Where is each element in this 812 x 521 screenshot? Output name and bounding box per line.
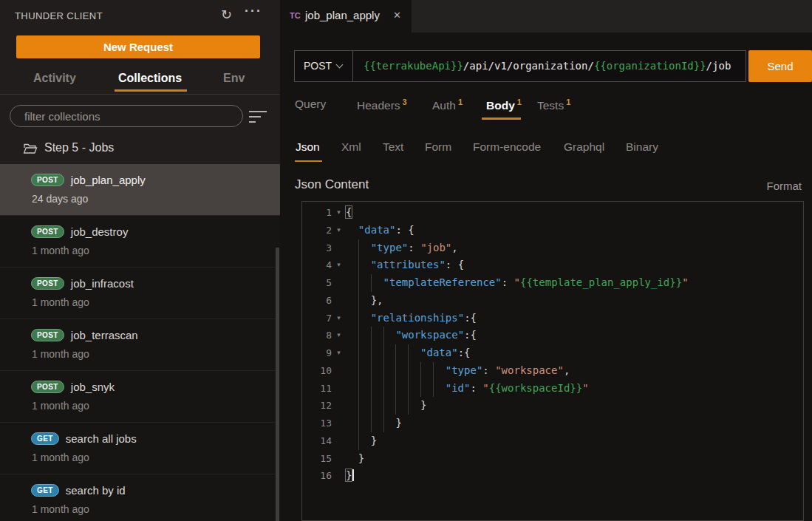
fold-arrow-icon[interactable]: ▾: [332, 310, 346, 327]
template-variable: {{workspaceId}}: [489, 382, 582, 394]
code-line[interactable]: 5"templateReference": "{{template_plan_a…: [302, 274, 803, 292]
new-request-button[interactable]: New Request: [16, 35, 260, 58]
code-line[interactable]: 4▾"attributes": {: [302, 256, 803, 274]
editor-tab-label: job_plan_apply: [305, 9, 380, 21]
refresh-icon[interactable]: ↻: [221, 7, 232, 22]
code-line[interactable]: 13}: [302, 415, 803, 432]
tab-auth[interactable]: Auth1: [432, 98, 463, 112]
fold-arrow-icon[interactable]: ▾: [332, 344, 346, 362]
url-variable: {{terrakubeApi}}: [364, 60, 463, 72]
code-line[interactable]: 15}: [302, 450, 803, 468]
sidebar-scrollbar[interactable]: [276, 248, 279, 521]
more-menu-icon[interactable]: ···: [245, 4, 262, 19]
body-tab-form-encode[interactable]: Form-encode: [473, 140, 541, 154]
json-editor[interactable]: 1▾{2▾"data": {3"type": "job",4▾"attribut…: [301, 201, 804, 521]
code-line[interactable]: 8▾"workspace":{: [302, 327, 803, 344]
body-tab-graphql[interactable]: Graphql: [564, 140, 604, 154]
tab-tests[interactable]: Tests1: [537, 98, 570, 112]
method-dropdown[interactable]: POST: [295, 51, 353, 81]
tab-label: Auth: [432, 99, 456, 112]
json-punctuation: :{: [458, 347, 471, 358]
code-line[interactable]: 6},: [302, 292, 803, 310]
url-path-segment: /api/v1/organization/: [463, 60, 594, 72]
list-item[interactable]: POSTjob_snyk1 month ago: [0, 371, 280, 423]
fold-arrow-icon[interactable]: ▾: [332, 327, 346, 344]
json-content-title: Json Content: [295, 177, 369, 192]
divider: [0, 94, 280, 95]
app-window: THUNDER CLIENT ↻ ··· New Request Activit…: [0, 0, 812, 521]
code-text: "data":{: [346, 344, 471, 362]
tab-headers[interactable]: Headers3: [357, 98, 407, 112]
close-icon[interactable]: ✕: [393, 10, 401, 21]
code-line[interactable]: 11"id": "{{workspaceId}}": [302, 380, 803, 398]
code-text: },: [346, 292, 383, 310]
fold-arrow-icon[interactable]: ▾: [332, 204, 346, 222]
text-cursor: [352, 469, 354, 481]
code-line[interactable]: 14}: [302, 432, 803, 450]
tab-count-badge: 1: [566, 98, 570, 106]
filter-sort-icon[interactable]: [249, 111, 267, 123]
list-item[interactable]: POSTjob_destroy1 month ago: [0, 216, 280, 268]
code-line[interactable]: 9▾"data":{: [302, 344, 803, 362]
sidebar-title: THUNDER CLIENT: [15, 10, 103, 21]
matched-bracket: }: [346, 469, 352, 481]
tab-query[interactable]: Query: [295, 98, 326, 111]
line-number: 12: [302, 397, 332, 415]
template-variable: {{template_plan_apply_id}}: [520, 276, 682, 288]
json-punctuation: :: [482, 364, 495, 376]
json-string: "job": [420, 242, 451, 253]
code-text: {: [346, 204, 352, 222]
indent-guide: [358, 274, 371, 292]
code-text: }: [346, 432, 377, 450]
body-tab-text[interactable]: Text: [383, 140, 403, 154]
method-badge: POST: [31, 329, 64, 341]
filter-collections-input[interactable]: [10, 105, 243, 127]
indent-guide: [433, 380, 446, 398]
body-tab-xml[interactable]: Xml: [341, 140, 361, 154]
list-item[interactable]: GETsearch by id1 month ago: [0, 474, 280, 521]
sidebar-tab-env[interactable]: Env: [223, 72, 245, 85]
list-item-header: POSTjob_infracost: [31, 275, 134, 291]
fold-arrow-icon[interactable]: ▾: [332, 222, 346, 239]
code-line[interactable]: 10"type": "workspace",: [302, 362, 803, 380]
editor-tab[interactable]: TC job_plan_apply ✕: [280, 0, 412, 33]
indent-guide: [371, 362, 383, 380]
tab-body[interactable]: Body1: [486, 98, 522, 112]
send-button[interactable]: Send: [748, 50, 812, 82]
tab-label: Body: [486, 99, 515, 112]
indent-guide: [383, 362, 396, 380]
sidebar-tab-activity[interactable]: Activity: [33, 72, 76, 85]
collection-folder[interactable]: Step 5 - Jobs: [0, 136, 280, 163]
sidebar-tab-collections[interactable]: Collections: [118, 72, 182, 85]
list-item[interactable]: POSTjob_terrascan1 month ago: [0, 319, 280, 371]
code-text: "attributes": {: [346, 256, 464, 274]
list-item[interactable]: GETsearch all jobs1 month ago: [0, 423, 280, 474]
format-button[interactable]: Format: [766, 180, 802, 192]
folder-icon: [23, 143, 38, 157]
code-line[interactable]: 3"type": "job",: [302, 239, 803, 257]
code-line[interactable]: 1▾{: [302, 204, 803, 222]
indent-space: [346, 397, 358, 415]
request-timestamp: 1 month ago: [32, 296, 89, 308]
json-key: "attributes": [371, 259, 446, 270]
indent-guide: [420, 362, 433, 380]
list-item[interactable]: POSTjob_infracost1 month ago: [0, 268, 280, 319]
json-string: ": [482, 382, 488, 394]
body-tab-binary[interactable]: Binary: [626, 140, 658, 154]
body-tab-json[interactable]: Json: [296, 140, 320, 154]
code-line[interactable]: 16}: [302, 467, 803, 485]
request-name: job_terrascan: [71, 329, 138, 341]
list-item[interactable]: POSTjob_plan_apply24 days ago: [0, 164, 280, 216]
code-line[interactable]: 7▾"relationships":{: [302, 310, 803, 327]
code-line[interactable]: 2▾"data": {: [302, 222, 803, 239]
indent-guide: [371, 380, 383, 398]
code-text: "data": {: [346, 222, 414, 239]
indent-space: [346, 274, 358, 292]
body-tab-form[interactable]: Form: [425, 140, 451, 154]
indent-guide: [358, 327, 371, 344]
fold-arrow-icon[interactable]: ▾: [332, 256, 346, 274]
tab-label: Query: [295, 98, 326, 110]
url-input[interactable]: {{terrakubeApi}}/api/v1/organization/{{o…: [364, 60, 731, 72]
code-line[interactable]: 12}: [302, 397, 803, 415]
request-name: job_infracost: [71, 277, 134, 290]
